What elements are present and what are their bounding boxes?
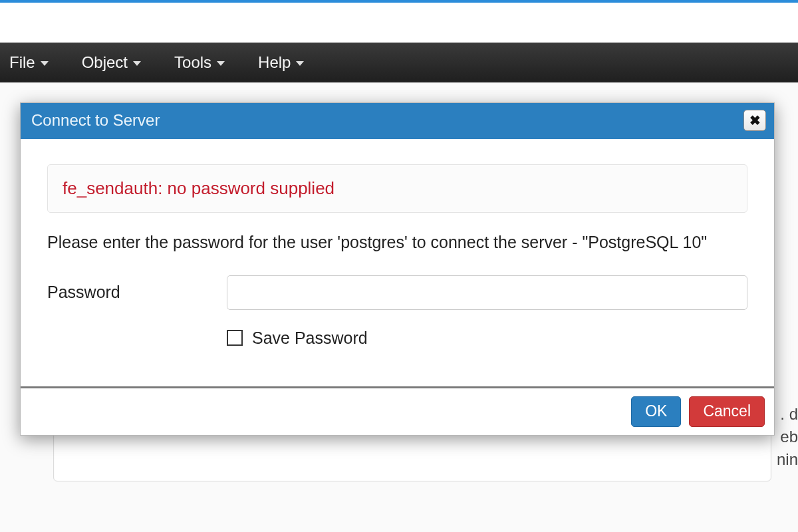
menu-object-label: Object xyxy=(82,53,128,72)
prompt-text: Please enter the password for the user '… xyxy=(47,230,747,255)
caret-down-icon xyxy=(133,61,141,66)
ok-button[interactable]: OK xyxy=(631,396,681,427)
save-password-container: Save Password xyxy=(227,329,368,348)
dialog-title: Connect to Server xyxy=(31,111,160,130)
password-label: Password xyxy=(47,283,227,302)
menu-object[interactable]: Object xyxy=(82,53,141,72)
stage: . d eb nin Connect to Server ✖ fe_sendau… xyxy=(0,82,798,532)
caret-down-icon xyxy=(296,61,304,66)
close-button[interactable]: ✖ xyxy=(743,110,766,131)
menubar: File Object Tools Help xyxy=(0,43,798,82)
background-text-fragment: eb xyxy=(780,426,798,448)
menu-help-label: Help xyxy=(258,53,291,72)
dialog-titlebar[interactable]: Connect to Server ✖ xyxy=(21,103,774,139)
cancel-button-label: Cancel xyxy=(703,402,751,420)
dialog-body: fe_sendauth: no password supplied Please… xyxy=(21,139,774,386)
menu-tools-label: Tools xyxy=(174,53,211,72)
password-row: Password xyxy=(47,275,747,310)
save-password-label: Save Password xyxy=(252,329,368,348)
save-password-row: Save Password xyxy=(47,329,747,348)
password-input[interactable] xyxy=(227,275,747,310)
menu-tools[interactable]: Tools xyxy=(174,53,225,72)
caret-down-icon xyxy=(217,61,225,66)
error-message: fe_sendauth: no password supplied xyxy=(47,164,747,213)
save-password-checkbox[interactable] xyxy=(227,330,243,346)
caret-down-icon xyxy=(41,61,49,66)
ok-button-label: OK xyxy=(645,402,667,420)
dialog-footer: OK Cancel xyxy=(21,386,774,435)
menu-file-label: File xyxy=(9,53,35,72)
background-text-fragment: nin xyxy=(777,448,798,471)
background-text-fragment: . d xyxy=(780,403,798,426)
cancel-button[interactable]: Cancel xyxy=(689,396,765,427)
menu-help[interactable]: Help xyxy=(258,53,304,72)
connect-server-dialog: Connect to Server ✖ fe_sendauth: no pass… xyxy=(20,102,775,436)
header-gap xyxy=(0,3,798,43)
menu-file[interactable]: File xyxy=(9,53,49,72)
close-icon: ✖ xyxy=(749,112,761,128)
